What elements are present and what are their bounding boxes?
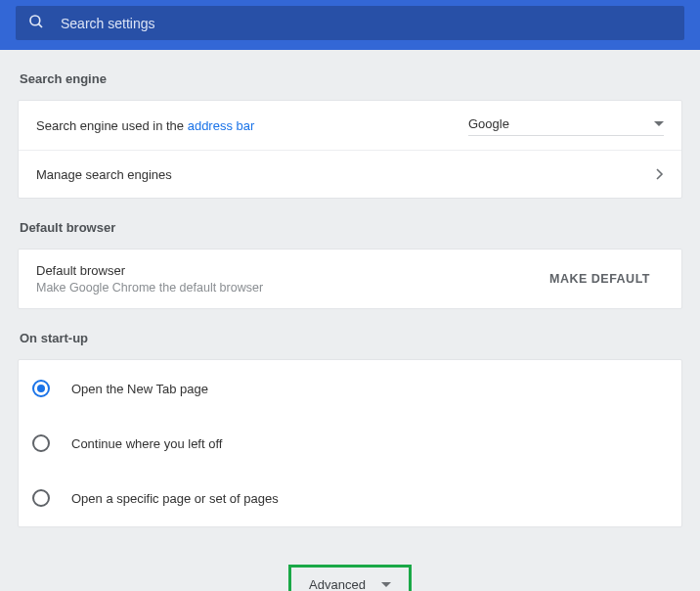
svg-line-1 [38, 23, 42, 27]
default-browser-row: Default browser Make Google Chrome the d… [19, 250, 681, 308]
radio-icon [32, 434, 50, 452]
startup-option-1-label: Continue where you left off [71, 436, 222, 451]
search-engine-row: Search engine used in the address bar Go… [19, 101, 681, 151]
search-settings-box[interactable] [16, 6, 684, 40]
manage-search-engines-label: Manage search engines [36, 167, 656, 182]
manage-search-engines-row[interactable]: Manage search engines [19, 151, 681, 198]
startup-option-2-label: Open a specific page or set of pages [71, 491, 279, 506]
startup-option-0-label: Open the New Tab page [71, 382, 208, 396]
radio-icon [32, 489, 50, 507]
advanced-label: Advanced [309, 577, 366, 591]
section-heading-default-browser: Default browser [18, 199, 682, 249]
make-default-button[interactable]: MAKE DEFAULT [536, 264, 664, 294]
advanced-section: Advanced [18, 527, 682, 591]
dropdown-icon [654, 121, 664, 126]
search-engine-label: Search engine used in the address bar [36, 118, 468, 133]
startup-card: Open the New Tab page Continue where you… [18, 359, 682, 527]
dropdown-icon [381, 582, 391, 587]
search-input[interactable] [61, 16, 673, 31]
svg-point-0 [30, 16, 40, 25]
address-bar-link[interactable]: address bar [188, 118, 255, 133]
settings-content: Search engine Search engine used in the … [0, 50, 700, 591]
search-engine-select[interactable]: Google [468, 114, 664, 136]
startup-option-0[interactable]: Open the New Tab page [19, 368, 681, 409]
search-engine-card: Search engine used in the address bar Go… [18, 100, 682, 199]
search-engine-prefix: Search engine used in the [36, 118, 188, 133]
advanced-toggle-button[interactable]: Advanced [288, 565, 412, 591]
default-browser-title: Default browser [36, 263, 536, 278]
startup-option-2[interactable]: Open a specific page or set of pages [19, 477, 681, 519]
search-icon [27, 13, 45, 33]
radio-icon [32, 380, 50, 397]
header-bar [0, 0, 700, 50]
chevron-right-icon [656, 168, 664, 180]
search-engine-selected-value: Google [468, 116, 509, 131]
section-heading-startup: On start-up [18, 309, 682, 359]
default-browser-sub: Make Google Chrome the default browser [36, 281, 536, 295]
section-heading-search-engine: Search engine [18, 50, 682, 100]
startup-option-1[interactable]: Continue where you left off [19, 423, 681, 464]
default-browser-card: Default browser Make Google Chrome the d… [18, 249, 682, 309]
